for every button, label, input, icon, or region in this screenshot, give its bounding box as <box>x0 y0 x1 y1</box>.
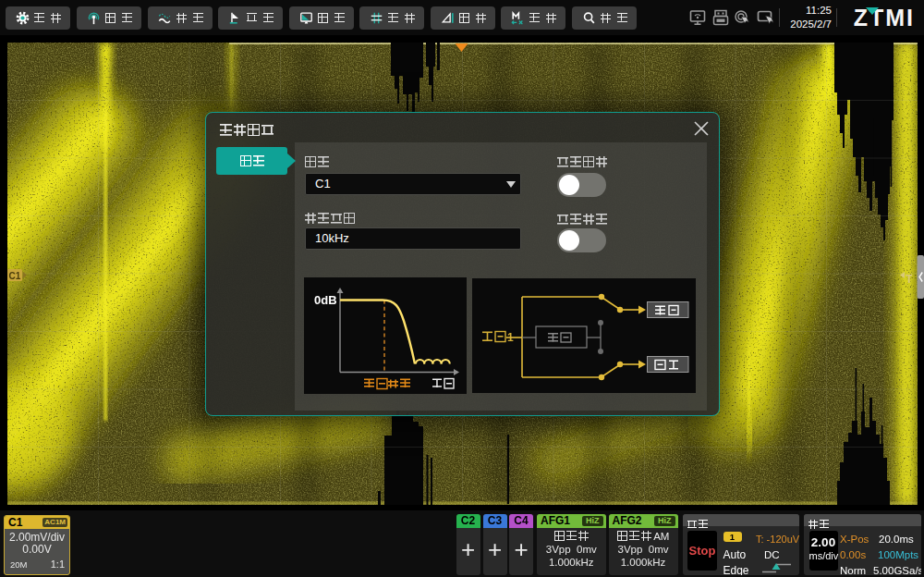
svg-text:T: T <box>906 273 913 286</box>
svg-text:0dB: 0dB <box>314 293 337 307</box>
svg-text:C1: C1 <box>9 271 21 281</box>
